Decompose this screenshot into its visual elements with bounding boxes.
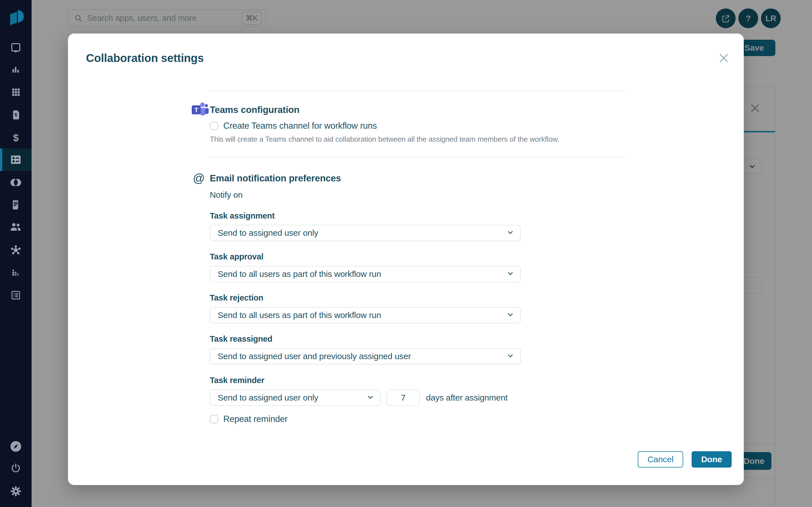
task-reassigned-label: Task reassigned — [210, 334, 625, 344]
section-divider — [210, 157, 625, 158]
task-rejection-label: Task rejection — [210, 293, 625, 302]
sidebar-item-pages[interactable] — [0, 284, 32, 306]
task-approval-label: Task approval — [210, 252, 625, 262]
create-teams-channel-label: Create Teams channel for workflow runs — [223, 121, 377, 131]
sidebar-item-settings[interactable] — [0, 480, 32, 503]
sidebar-item-apps[interactable] — [0, 81, 32, 103]
notify-on-label: Notify on — [210, 190, 625, 200]
repeat-reminder-row[interactable]: Repeat reminder — [210, 414, 625, 424]
repeat-reminder-checkbox[interactable] — [210, 415, 218, 424]
done-button[interactable]: Done — [692, 451, 732, 467]
ms-teams-icon: T — [191, 102, 209, 118]
sidebar-item-workflows-active[interactable] — [0, 149, 32, 171]
create-teams-channel-checkbox[interactable] — [210, 122, 218, 130]
list-doc-icon — [11, 290, 21, 300]
collaboration-settings-modal: Collaboration settings T Teams configura… — [68, 34, 744, 485]
task-assignment-label: Task assignment — [210, 211, 625, 221]
receipt-icon — [11, 200, 20, 210]
inbox-icon — [10, 42, 21, 53]
bar-chart-icon — [11, 65, 20, 74]
sidebar-item-billing[interactable]: $ — [0, 126, 32, 149]
close-icon — [719, 53, 729, 63]
task-reassigned-select[interactable]: Send to assigned user and previously ass… — [210, 348, 521, 364]
reminder-days-input[interactable] — [387, 390, 420, 406]
email-section-header: @ Email notification preferences — [210, 170, 625, 187]
svg-text:$: $ — [13, 132, 18, 144]
task-assignment-select[interactable]: Send to assigned user only — [210, 225, 521, 241]
grid-icon — [11, 87, 20, 97]
sidebar-item-receipts[interactable] — [0, 193, 32, 216]
chevron-down-icon — [507, 352, 514, 360]
app-logo[interactable] — [0, 6, 32, 29]
task-approval-select[interactable]: Send to all users as part of this workfl… — [210, 266, 521, 282]
column-stats-icon — [11, 268, 20, 277]
teams-helper-text: This will create a Teams channel to aid … — [210, 135, 625, 144]
sidebar-item-invoices[interactable]: $ — [0, 104, 32, 126]
venn-circles-icon — [10, 178, 21, 187]
sidebar-item-logout[interactable] — [0, 457, 32, 480]
chevron-down-icon — [507, 229, 514, 237]
chevron-down-icon — [507, 311, 514, 320]
chevron-down-icon — [367, 393, 374, 402]
create-teams-channel-row[interactable]: Create Teams channel for workflow runs — [210, 121, 625, 131]
section-divider — [210, 91, 625, 91]
sidebar-item-reports[interactable] — [0, 58, 32, 81]
sidebar-item-members[interactable] — [0, 216, 32, 238]
people-icon — [10, 222, 21, 232]
reminder-days-suffix: days after assignment — [426, 393, 507, 402]
dollar-icon: $ — [11, 132, 20, 144]
modal-footer: Cancel Done — [638, 451, 732, 467]
chevron-down-icon — [507, 270, 514, 278]
task-reminder-label: Task reminder — [210, 376, 625, 385]
sidebar-item-inbox[interactable] — [0, 36, 32, 59]
sidebar-item-datasets[interactable] — [0, 171, 32, 194]
compass-icon — [10, 441, 21, 452]
repeat-reminder-label: Repeat reminder — [223, 414, 288, 424]
power-icon — [10, 463, 21, 473]
task-reminder-select[interactable]: Send to assigned user only — [210, 390, 381, 406]
teams-section-title: Teams configuration — [210, 105, 299, 115]
sidebar-item-analytics[interactable] — [0, 262, 32, 284]
gear-icon — [10, 486, 21, 497]
sidebar-item-explore[interactable] — [0, 435, 32, 458]
task-rejection-select[interactable]: Send to all users as part of this workfl… — [210, 307, 521, 323]
task-reminder-row: Send to assigned user only days after as… — [210, 390, 625, 406]
modal-title: Collaboration settings — [86, 52, 204, 64]
teams-section-header: T Teams configuration — [210, 101, 625, 118]
at-icon: @ — [193, 172, 205, 184]
app-sidebar: $ $ — [0, 0, 32, 507]
email-section-title: Email notification preferences — [210, 173, 341, 184]
svg-text:T: T — [194, 107, 198, 114]
sidebar-item-automations[interactable] — [0, 239, 32, 262]
automation-hub-icon — [10, 244, 21, 256]
svg-text:$: $ — [15, 112, 17, 117]
workflow-form-icon — [10, 155, 21, 165]
modal-close-button[interactable] — [719, 53, 729, 63]
invoice-doc-icon: $ — [11, 110, 20, 120]
logo-icon — [8, 9, 24, 26]
cancel-button[interactable]: Cancel — [638, 451, 683, 467]
